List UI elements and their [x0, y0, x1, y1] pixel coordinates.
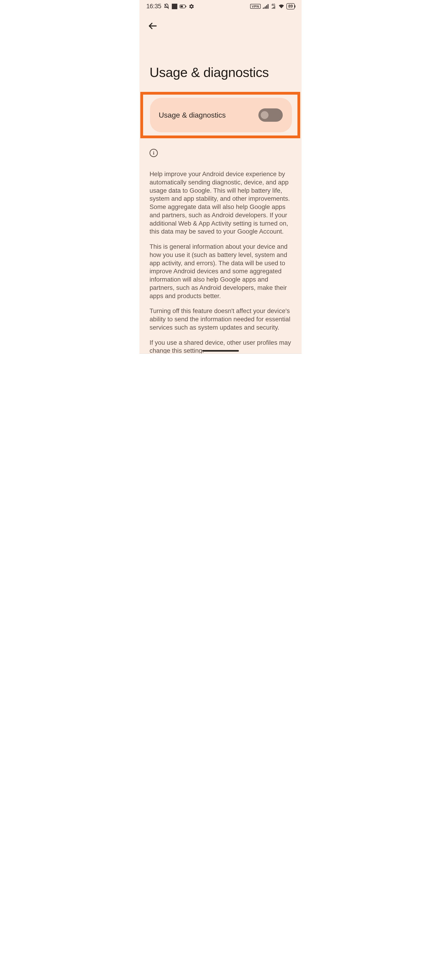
svg-rect-6: [266, 5, 267, 9]
svg-rect-1: [186, 6, 186, 7]
status-bar: 16:35 VPN: [139, 0, 302, 13]
svg-rect-4: [264, 7, 264, 9]
gesture-nav-bar[interactable]: [202, 350, 239, 352]
mobile-data-icon: 4G: [270, 4, 276, 9]
svg-rect-11: [274, 7, 274, 9]
description-paragraph: This is general information about your d…: [150, 243, 291, 300]
svg-rect-5: [265, 6, 266, 9]
back-button[interactable]: [146, 19, 159, 32]
page-title: Usage & diagnostics: [139, 32, 302, 89]
description-paragraph: Turning off this feature doesn't affect …: [150, 307, 291, 331]
usage-diagnostics-toggle-row[interactable]: Usage & diagnostics: [150, 98, 292, 132]
switch-thumb: [261, 111, 269, 119]
highlight-frame: Usage & diagnostics: [140, 92, 300, 138]
svg-rect-3: [263, 8, 263, 9]
status-left: 16:35: [146, 3, 194, 10]
screen: 16:35 VPN: [139, 0, 302, 354]
settings-gear-icon: [189, 4, 194, 9]
notifications-off-icon: [164, 3, 169, 10]
description-text: Help improve your Android device experie…: [139, 157, 302, 354]
battery-small-icon: [180, 5, 186, 8]
svg-rect-10: [273, 7, 273, 9]
wifi-icon: [278, 4, 285, 9]
battery-level-icon: 89: [287, 3, 295, 10]
svg-rect-8: [272, 8, 272, 9]
info-row: i: [139, 143, 302, 157]
app-indicator-icon: [172, 4, 177, 9]
signal-strength-icon: [263, 4, 269, 9]
status-time: 16:35: [146, 3, 161, 10]
usage-diagnostics-switch[interactable]: [258, 108, 283, 122]
svg-rect-2: [180, 5, 183, 7]
svg-rect-7: [267, 4, 269, 9]
toggle-label: Usage & diagnostics: [159, 111, 226, 119]
description-paragraph: Help improve your Android device experie…: [150, 170, 291, 235]
svg-rect-9: [272, 8, 273, 9]
status-right: VPN 4G 89: [250, 3, 295, 10]
app-bar: [139, 13, 302, 32]
info-icon: i: [150, 149, 158, 157]
svg-rect-12: [274, 6, 275, 9]
vpn-icon: VPN: [250, 4, 261, 9]
